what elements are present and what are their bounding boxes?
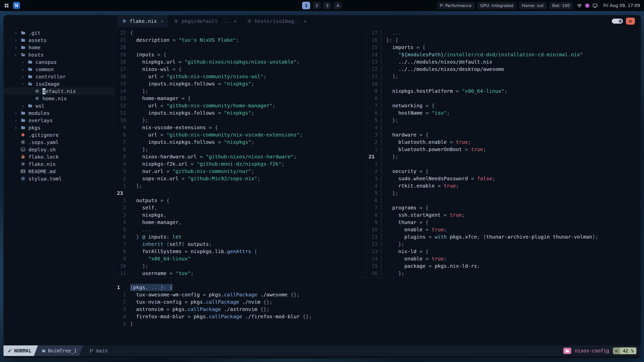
code-line[interactable]: 4 firefox-mod-blur = pkgs.callPackage ./… <box>114 313 641 320</box>
code-line[interactable]: 17│ ... <box>366 29 641 36</box>
tree-item[interactable]: README.md <box>4 168 114 175</box>
tree-item[interactable]: ›controller <box>4 73 114 80</box>
code-line[interactable]: 1 }; <box>114 182 366 190</box>
code-line[interactable]: 10│ enable = true; <box>366 226 641 233</box>
code-line[interactable]: 13│ nix-ld = { <box>366 248 641 255</box>
code-line[interactable]: 9 "x86_64-linux" <box>114 255 366 262</box>
code-line[interactable]: 8│ <box>366 95 641 102</box>
launcher-icon[interactable] <box>4 3 9 8</box>
code-line[interactable]: 4 home-manager, <box>114 219 366 226</box>
display-icon[interactable] <box>592 3 598 8</box>
tree-item[interactable]: home.nix <box>4 95 114 102</box>
code-line[interactable]: 6│ <box>366 197 641 204</box>
code-line[interactable]: 4 nixpkgs-f2k.url = "github:moni-dz/nixp… <box>114 160 366 168</box>
code-line[interactable]: 6│ hostName = "iso"; <box>366 109 641 117</box>
code-line[interactable]: 21│ }; <box>366 153 641 160</box>
code-line[interactable]: 2 self, <box>114 204 366 211</box>
tree-item[interactable]: stylua.toml <box>4 175 114 182</box>
code-line[interactable]: 5│ }; <box>366 190 641 197</box>
chevron-icon[interactable]: › <box>20 81 26 87</box>
code-line[interactable]: 2 tux-nvim-config = pkgs.callPackage ./n… <box>114 298 641 306</box>
workspace-button[interactable]: 4 <box>334 2 342 9</box>
active-app-icon[interactable]: N <box>13 2 20 9</box>
code-line[interactable]: 15│ imports = [ <box>366 44 641 51</box>
color-dot-icon[interactable] <box>585 4 589 8</box>
tab-close-icon[interactable]: × <box>234 18 237 24</box>
code-line[interactable]: 12│ }; <box>366 241 641 248</box>
code-line[interactable]: 11 username = "tux"; <box>114 270 366 277</box>
code-line[interactable]: 20 <box>114 44 366 51</box>
code-line[interactable]: 1│ bluetooth.powerOnBoot = true; <box>366 146 641 153</box>
code-line[interactable]: 4│ <box>366 124 641 131</box>
code-line[interactable]: 3│ hardware = { <box>366 131 641 139</box>
chevron-icon[interactable]: › <box>13 110 19 116</box>
tree-item[interactable]: ›home <box>4 44 114 51</box>
workspace-button[interactable]: 1 <box>302 2 310 9</box>
chevron-icon[interactable]: › <box>13 37 19 43</box>
chevron-icon[interactable]: › <box>13 52 19 58</box>
chevron-icon[interactable]: › <box>20 59 26 65</box>
code-line[interactable]: 16│ }; <box>366 270 641 277</box>
code-line[interactable]: 6 } @ inputs: let <box>114 233 366 241</box>
code-line[interactable]: 22{ <box>114 29 366 36</box>
chevron-icon[interactable]: › <box>20 103 26 109</box>
workspace-button[interactable]: 2 <box>313 2 321 9</box>
code-line[interactable]: 14│ enable = true; <box>366 255 641 262</box>
code-line[interactable]: 17 nixos-wsl = { <box>114 66 366 73</box>
tree-item[interactable]: default.nix <box>4 87 114 95</box>
tree-item[interactable]: flake.lock <box>4 153 114 160</box>
code-line[interactable]: 21 description = "tux's NixOS Flake"; <box>114 36 366 44</box>
chevron-icon[interactable]: › <box>20 67 26 72</box>
code-line[interactable]: 2 sops-nix.url = "github:Mic92/sops-nix"… <box>114 175 366 182</box>
workspace-button[interactable]: 3 <box>323 2 331 9</box>
tree-item[interactable]: ›hosts <box>4 51 114 58</box>
code-line[interactable]: 1 outputs = { <box>114 197 366 204</box>
code-line[interactable]: 5} <box>114 320 641 328</box>
code-line[interactable]: 10 ]; <box>114 262 366 270</box>
code-line[interactable]: 3│ sudo.wheelNeedsPassword = false; <box>366 175 641 182</box>
code-line[interactable]: 1{pkgs, ...}: { <box>114 284 641 291</box>
tree-item[interactable]: ›pkgs <box>4 124 114 131</box>
code-line[interactable]: 7 inputs.nixpkgs.follows = "nixpkgs"; <box>114 139 366 146</box>
tree-item[interactable]: deploy.sh <box>4 146 114 153</box>
code-line[interactable]: 9│ nixpkgs.hostPlatform = "x86_64-linux"… <box>366 87 641 95</box>
code-line[interactable]: 8 forAllSystems = nixpkgs.lib.genAttrs [ <box>114 248 366 255</box>
code-line[interactable]: 11 inputs.nixpkgs.follows = "nixpkgs"; <box>114 109 366 117</box>
tree-item[interactable]: ›common <box>4 66 114 73</box>
code-line[interactable]: 11│ ]; <box>366 73 641 80</box>
tree-item[interactable]: flake.nix <box>4 160 114 168</box>
code-line[interactable]: 12│ ../../modules/nixos/desktop/awesome <box>366 66 641 73</box>
chevron-icon[interactable]: › <box>20 74 26 79</box>
code-line[interactable]: 3 nixpkgs, <box>114 211 366 219</box>
wifi-icon[interactable] <box>577 3 582 8</box>
code-line[interactable]: 13│ ../../modules/nixos/default.nix <box>366 58 641 66</box>
code-line[interactable]: 4│ rtkit.enable = true; <box>366 182 641 190</box>
code-line[interactable]: 10 }; <box>114 117 366 124</box>
code-line[interactable]: 11│ plugins = with pkgs.xfce; [thunar-ar… <box>366 233 641 241</box>
code-line[interactable]: 13 home-manager = { <box>114 95 366 102</box>
code-line[interactable]: 15 inputs.nixpkgs.follows = "nixpkgs"; <box>114 80 366 87</box>
code-line[interactable]: 14 }; <box>114 87 366 95</box>
code-line[interactable]: 5│ }; <box>366 117 641 124</box>
tree-item[interactable]: ›overlays <box>4 117 114 124</box>
code-line[interactable]: 18 nixpkgs.url = "github:nixos/nixpkgs/n… <box>114 58 366 66</box>
code-line[interactable]: 2│ security = { <box>366 168 641 175</box>
code-line[interactable]: 6 }; <box>114 146 366 153</box>
code-line[interactable]: 14│ "${modulesPath}/installer/cd-dvd/ins… <box>366 51 641 58</box>
code-line[interactable]: 8│ ssh.startAgent = true; <box>366 211 641 219</box>
buffer-tab[interactable]: hosts/isoImag..× <box>242 15 311 27</box>
code-line[interactable]: 7│ networking = { <box>366 102 641 109</box>
code-line[interactable]: 10│ <box>366 80 641 87</box>
code-line[interactable]: 3 astronvim = pkgs.callPackage ./astronv… <box>114 306 641 313</box>
code-line[interactable]: 9 nix-vscode-extensions = { <box>114 124 366 131</box>
code-line[interactable]: 2│ bluetooth.enable = true; <box>366 139 641 146</box>
code-line[interactable]: 23 <box>114 190 366 197</box>
code-line[interactable]: 16│}: { <box>366 36 641 44</box>
chevron-icon[interactable]: › <box>13 45 19 50</box>
tree-item[interactable]: ›canopus <box>4 58 114 66</box>
code-line[interactable]: 19 inputs = { <box>114 51 366 58</box>
chevron-icon[interactable]: › <box>13 118 19 123</box>
code-line[interactable]: 7│ programs = { <box>366 204 641 211</box>
code-line[interactable]: 5 nixos-hardware.url = "github:nixos/nix… <box>114 153 366 160</box>
window-toggle-button[interactable] <box>612 19 623 24</box>
